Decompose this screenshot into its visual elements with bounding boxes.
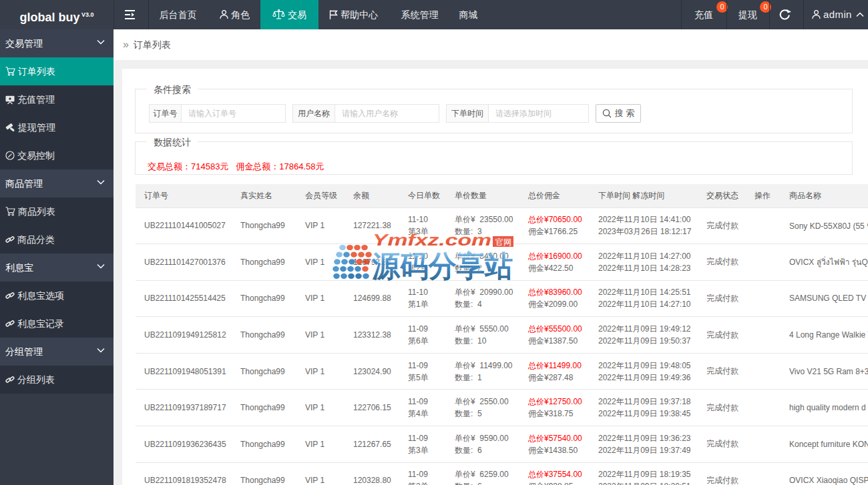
svg-text:官网: 官网 [495,237,511,247]
svg-text:Ymfxz.com: Ymfxz.com [373,231,491,249]
svg-text:源码分享站: 源码分享站 [371,250,513,282]
